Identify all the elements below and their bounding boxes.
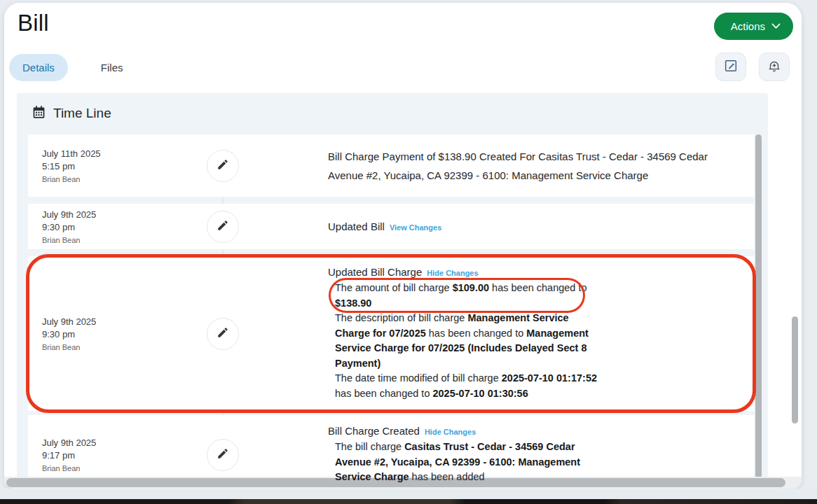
- hide-changes-link[interactable]: Hide Changes: [425, 428, 476, 436]
- bell-plus-icon: [767, 58, 782, 76]
- tab-bar: Details Files: [9, 54, 137, 81]
- entry-title: Updated Bill: [328, 220, 385, 232]
- timeline-scrollbar[interactable]: [755, 134, 762, 479]
- change-line: The date time modified of bill charge 20…: [335, 371, 603, 401]
- entry-user: Brian Bean: [42, 236, 196, 244]
- page-scrollbar[interactable]: [792, 316, 798, 424]
- change-line: The description of bill charge Managemen…: [335, 311, 603, 371]
- timeline-node: [207, 439, 239, 471]
- bill-window: Bill Actions Details Files: [4, 3, 802, 489]
- timeline-entry: July 11th 2025 5:15 pm Brian Bean Bill C…: [28, 134, 754, 197]
- pencil-icon: [217, 158, 229, 174]
- timeline-header: Time Line: [17, 93, 768, 124]
- chevron-down-icon: [771, 23, 781, 29]
- timeline-section: Time Line July 11th 2025 5:15 pm Brian B…: [17, 93, 768, 479]
- timeline-entry-annotated: July 9th 2025 9:30 pm Brian Bean Updated…: [28, 256, 754, 411]
- change-line: The bill charge Casitas Trust - Cedar - …: [335, 440, 596, 485]
- entry-time: 5:15 pm: [42, 160, 196, 173]
- timeline-entry: July 9th 2025 9:30 pm Brian Bean Updated…: [28, 204, 754, 249]
- timeline-title: Time Line: [53, 106, 111, 121]
- entry-date-block: July 11th 2025 5:15 pm Brian Bean: [28, 148, 196, 183]
- actions-button[interactable]: Actions: [714, 13, 793, 40]
- entry-description: Bill Charge Payment of $138.90 Created F…: [328, 147, 740, 185]
- calendar-icon: [32, 105, 46, 122]
- timeline-list: July 11th 2025 5:15 pm Brian Bean Bill C…: [28, 134, 754, 489]
- entry-date-block: July 9th 2025 9:30 pm Brian Bean: [28, 209, 196, 244]
- timeline-node: [207, 211, 239, 243]
- page-title: Bill: [18, 10, 49, 36]
- entry-time: 9:30 pm: [42, 221, 196, 234]
- hide-changes-link[interactable]: Hide Changes: [427, 269, 478, 277]
- notification-add-button[interactable]: [759, 52, 790, 81]
- change-list: The amount of bill charge $109.00 has be…: [335, 281, 603, 401]
- entry-time: 9:30 pm: [42, 328, 196, 341]
- timeline-node: [207, 150, 239, 182]
- entry-user: Brian Bean: [42, 464, 196, 472]
- header-icon-buttons: [715, 52, 790, 81]
- entry-title: Bill Charge Created: [328, 425, 420, 437]
- entry-date: July 11th 2025: [42, 148, 196, 160]
- change-list: The bill charge Casitas Trust - Cedar - …: [335, 440, 596, 485]
- view-changes-link[interactable]: View Changes: [390, 223, 441, 232]
- pencil-icon: [217, 447, 229, 463]
- entry-date: July 9th 2025: [42, 316, 196, 328]
- page-background-strip: [0, 489, 817, 499]
- entry-time: 9:17 pm: [42, 449, 196, 462]
- edit-note-button[interactable]: [715, 52, 746, 81]
- entry-user: Brian Bean: [42, 343, 196, 351]
- background-window-strip: [0, 499, 817, 504]
- timeline-node: [207, 318, 239, 350]
- tab-files[interactable]: Files: [88, 54, 137, 81]
- entry-user: Brian Bean: [42, 175, 196, 183]
- actions-button-label: Actions: [731, 20, 765, 32]
- tab-details[interactable]: Details: [9, 54, 68, 81]
- entry-date-block: July 9th 2025 9:30 pm Brian Bean: [28, 316, 196, 351]
- change-line: The amount of bill charge $109.00 has be…: [335, 281, 603, 311]
- entry-date-block: July 9th 2025 9:17 pm Brian Bean: [28, 437, 196, 472]
- entry-date: July 9th 2025: [42, 209, 196, 221]
- entry-date: July 9th 2025: [42, 437, 196, 449]
- entry-title: Updated Bill Charge: [328, 266, 422, 278]
- edit-note-icon: [723, 58, 739, 76]
- pencil-icon: [217, 326, 229, 342]
- pencil-icon: [217, 219, 229, 234]
